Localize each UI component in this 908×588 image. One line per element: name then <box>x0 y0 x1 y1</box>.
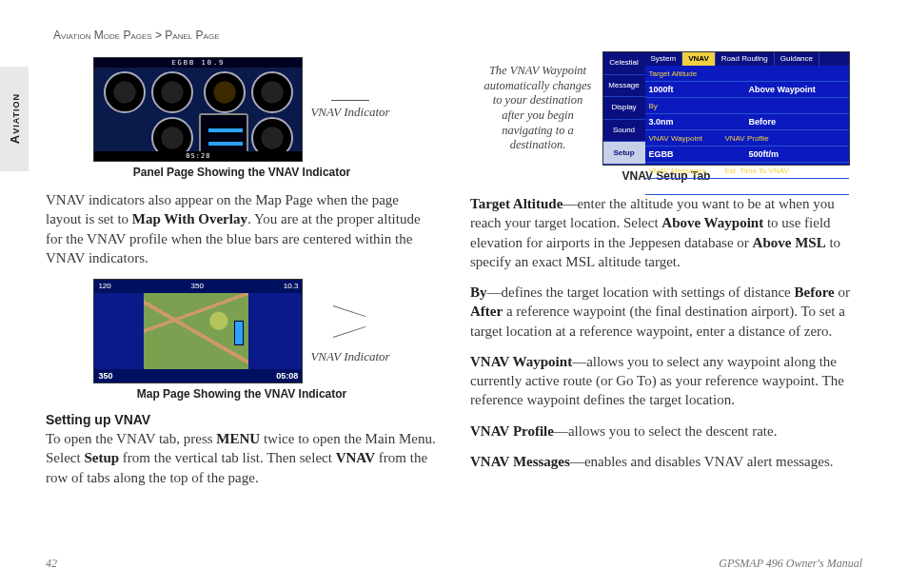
panel-topbar: EGBB 10.9 <box>94 58 302 68</box>
term: Above MSL <box>753 235 826 250</box>
t: from the vertical tab list. Then select <box>119 450 336 465</box>
vsi-gauge-icon <box>251 71 293 113</box>
vnav-term: VNAV <box>336 450 375 465</box>
table-row: VNAV WaypointVNAV Profile <box>645 130 849 147</box>
t: —allows you to select the descent rate. <box>554 423 778 439</box>
field-label: By <box>645 98 721 113</box>
top-tab-item: System <box>645 52 683 66</box>
term: After <box>470 304 503 319</box>
t: —enables and disables VNAV alert message… <box>570 454 834 469</box>
ete-dest-value: 05:08 <box>276 369 298 382</box>
field-label: Est. Time To VNAV <box>721 163 798 178</box>
setup-side-tabs: Celestial Message Display Sound Setup <box>603 52 645 165</box>
top-tab-item: Road Routing <box>716 52 775 66</box>
vnav-waypoint-note: The VNAV Waypoint automatically changes … <box>484 64 593 153</box>
paragraph-overlay: VNAV indicators also appear on the Map P… <box>46 190 438 267</box>
term: Before <box>795 284 835 300</box>
def-vnav-messages: VNAV Messages—enables and disables VNAV … <box>470 452 862 471</box>
table-row: VNAV MessagesEst. Time To VNAV <box>645 163 849 179</box>
side-tab-item: Celestial <box>603 52 645 75</box>
table-row: Target Altitude <box>645 66 849 82</box>
side-tab-item: Message <box>603 75 645 98</box>
term: Above Waypoint <box>661 215 763 230</box>
manual-title: GPSMAP 496 Owner's Manual <box>719 557 862 571</box>
section-heading-setting-up-vnav: Setting up VNAV <box>46 412 438 427</box>
term: VNAV Messages <box>470 454 570 469</box>
def-vnav-profile: VNAV Profile—allows you to select the de… <box>470 421 862 441</box>
map-page-screenshot: 120 350 10.3 350 05:08 <box>93 279 303 383</box>
field-value: 04:22 <box>749 179 849 194</box>
figure-map-page: 120 350 10.3 350 05:08 VNAV Indicator <box>46 279 438 383</box>
field-label: Target Altitude <box>645 66 721 81</box>
panel-page-screenshot: EGBB 10.9 05:28 <box>93 57 303 162</box>
vnav-setup-screenshot: Celestial Message Display Sound Setup Sy… <box>602 51 850 166</box>
setup-top-tabs: System VNAV Road Routing Guidance <box>645 52 849 66</box>
side-tab-item: Display <box>603 97 645 120</box>
field-label: VNAV Messages <box>645 163 721 178</box>
map-callout: VNAV Indicator <box>310 349 389 364</box>
field-label: VNAV Profile <box>721 130 798 146</box>
t: —defines the target location with settin… <box>487 284 795 300</box>
track-value: 350 <box>191 280 204 293</box>
section-side-tab: Aviation <box>0 67 29 171</box>
figure-panel-page: EGBB 10.9 05:28 VNAV Indicator <box>46 57 438 162</box>
panel-callout: VNAV Indicator <box>310 105 389 120</box>
paragraph-setup-instructions: To open the VNAV tab, press MENU twice t… <box>46 429 438 487</box>
field-label: VNAV Waypoint <box>645 130 721 146</box>
dist-next-value: 10.3 <box>284 280 299 293</box>
t: To open the VNAV tab, press <box>46 431 216 446</box>
altimeter-gauge-icon <box>204 71 246 113</box>
panel-bottom-time: 05:28 <box>94 151 302 161</box>
course-value: 350 <box>98 369 112 382</box>
attitude-gauge-icon <box>151 71 193 113</box>
t: or <box>835 284 850 300</box>
breadcrumb-b: Panel Page <box>165 29 219 42</box>
field-value: 3.0nm <box>645 114 749 129</box>
table-row: By <box>645 98 849 114</box>
breadcrumb-a: Aviation Mode Pages <box>53 29 152 42</box>
field-value: 500ft/m <box>749 147 849 162</box>
manual-page: Aviation Aviation Mode Pages > Panel Pag… <box>0 0 908 588</box>
figure-vnav-setup: The VNAV Waypoint automatically changes … <box>470 51 862 166</box>
table-row: On04:22 <box>645 179 849 195</box>
figure-panel-caption: Panel Page Showing the VNAV Indicator <box>46 166 438 179</box>
page-number: 42 <box>46 557 57 571</box>
term: By <box>470 284 487 300</box>
speed-value: 120 <box>98 280 110 293</box>
setup-fields-grid: Target Altitude 1000ftAbove Waypoint By … <box>645 66 849 165</box>
airspeed-gauge-icon <box>104 71 146 113</box>
table-row: 3.0nmBefore <box>645 114 849 130</box>
map-left-strip <box>94 280 144 382</box>
breadcrumb-sep: > <box>155 29 162 42</box>
side-tab-item-selected: Setup <box>603 142 645 165</box>
def-by: By—defines the target location with sett… <box>470 283 862 341</box>
table-row: EGBB500ft/m <box>645 147 849 163</box>
callout-leader: VNAV Indicator <box>310 100 389 120</box>
top-tab-item-selected: VNAV <box>682 52 716 66</box>
breadcrumb: Aviation Mode Pages > Panel Page <box>46 29 862 42</box>
field-value: Before <box>749 114 849 129</box>
menu-key-term: MENU <box>216 431 260 446</box>
map-right-strip <box>248 280 302 382</box>
def-vnav-waypoint: VNAV Waypoint—allows you to select any w… <box>470 352 862 410</box>
page-footer: 42 GPSMAP 496 Owner's Manual <box>46 557 862 571</box>
leader-lines-icon <box>333 298 367 345</box>
term: VNAV Profile <box>470 423 554 439</box>
callout-leader: VNAV Indicator <box>310 298 389 364</box>
leader-line-icon <box>331 100 369 101</box>
setup-term: Setup <box>84 450 119 465</box>
section-side-tab-label: Aviation <box>8 93 22 144</box>
map-top-fields: 120 350 10.3 <box>94 280 302 293</box>
right-column: The VNAV Waypoint automatically changes … <box>470 51 862 499</box>
t: a reference waypoint (the final destinat… <box>470 304 845 338</box>
table-row: 1000ftAbove Waypoint <box>645 82 849 98</box>
field-value: EGBB <box>645 147 749 162</box>
term: VNAV Waypoint <box>470 354 572 369</box>
side-tab-item: Sound <box>603 120 645 143</box>
top-tab-item: Guidance <box>775 52 819 66</box>
field-value: Above Waypoint <box>749 82 849 97</box>
map-with-overlay-term: Map With Overlay <box>132 211 247 226</box>
map-vnav-indicator-icon <box>235 322 243 344</box>
field-value: 1000ft <box>645 82 749 97</box>
term: Target Altitude <box>470 196 563 211</box>
